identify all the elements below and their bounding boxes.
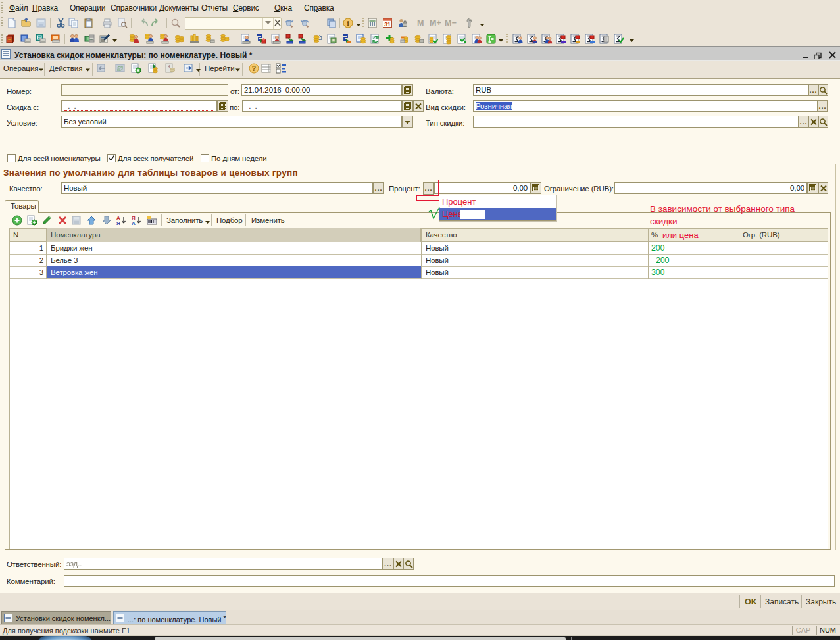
svg-text:Я: Я — [116, 220, 120, 226]
svg-text:А: А — [132, 220, 136, 226]
svg-text:31: 31 — [384, 21, 391, 28]
svg-text:i: i — [347, 19, 349, 27]
svg-text:?: ? — [252, 64, 256, 72]
